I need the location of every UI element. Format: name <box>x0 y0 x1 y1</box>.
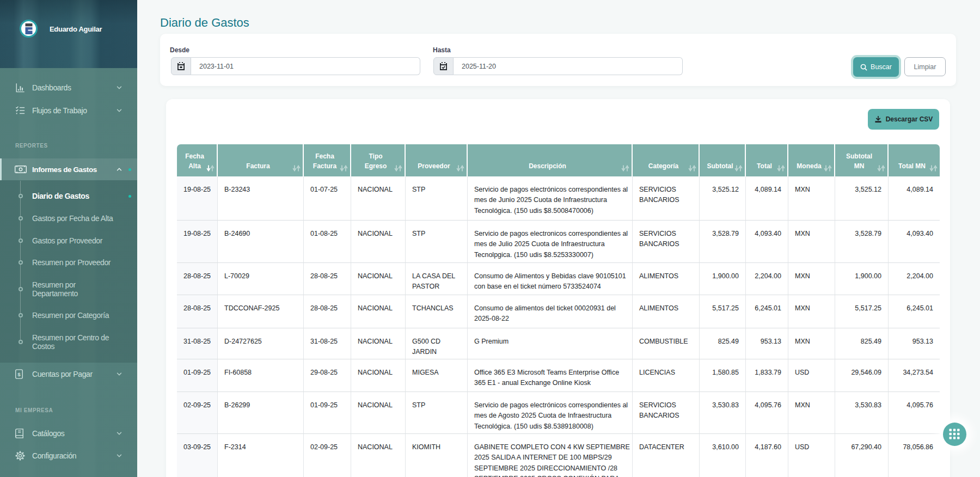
svg-text:$: $ <box>17 371 21 377</box>
